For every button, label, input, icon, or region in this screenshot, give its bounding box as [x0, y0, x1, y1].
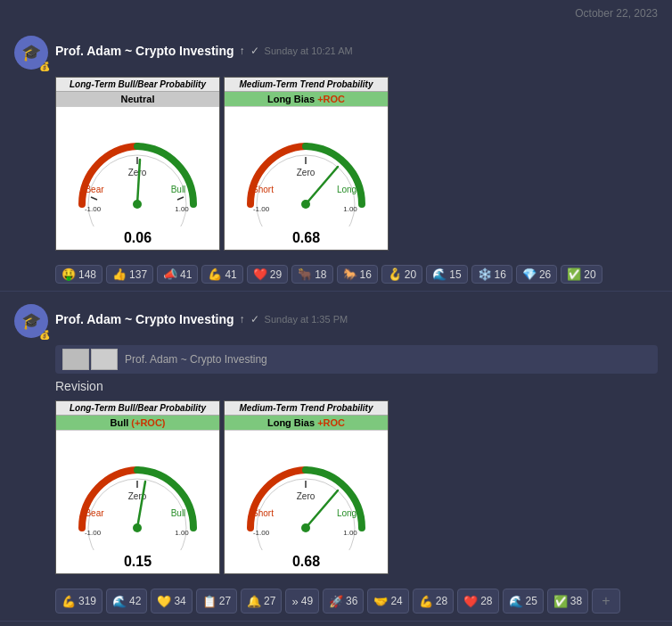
svg-text:Zero: Zero [297, 168, 316, 177]
reaction-2-1[interactable]: 🌊42 [106, 589, 147, 614]
message-block-1: 🎓 💰 Prof. Adam ~ Crypto Investing ↑ ✓ Su… [0, 27, 672, 292]
quote-thumbnails [62, 349, 118, 370]
reaction-1-7[interactable]: 🪝20 [381, 265, 422, 284]
svg-text:Zero: Zero [297, 491, 316, 501]
gauge-value-2b: 0.68 [225, 554, 388, 573]
gauge-title-1a: Long-Term Bull/Bear Probability [56, 78, 219, 92]
verified-icon-2: ✓ [250, 313, 259, 325]
avatar-badge-1: 💰 [39, 62, 50, 71]
reaction-2-4[interactable]: 🔔27 [241, 589, 282, 614]
date-header: October 22, 2023 [0, 0, 672, 27]
gauges-row-2: Long-Term Bull/Bear Probability Bull (+R… [55, 400, 658, 574]
gauge-value-1a: 0.06 [56, 230, 219, 250]
svg-text:1.00: 1.00 [343, 205, 357, 213]
message-body-2: Prof. Adam ~ Crypto Investing Revision L… [55, 345, 658, 621]
svg-text:-1.00: -1.00 [253, 529, 270, 537]
reaction-2-5[interactable]: »49 [285, 589, 319, 614]
reaction-1-11[interactable]: ✅20 [561, 265, 602, 284]
gauge-subtitle-2a: Bull (+ROC) [56, 416, 219, 431]
svg-text:Zero: Zero [128, 168, 147, 177]
gauge-subtitle-2b: Long Bias +ROC [225, 416, 388, 431]
pin-icon-1: ↑ [240, 45, 245, 57]
author-name-2: Prof. Adam ~ Crypto Investing [55, 312, 234, 326]
date-text: October 22, 2023 [575, 7, 658, 20]
reaction-2-8[interactable]: 💪28 [413, 589, 454, 614]
svg-text:Long: Long [337, 185, 356, 194]
svg-text:Bull: Bull [171, 508, 186, 518]
gauge-title-2b: Medium-Term Trend Probability [225, 401, 388, 416]
gauge-svg-2a: Zero Bear Bull -1.00 1.00 [56, 431, 219, 554]
avatar-badge-2: 💰 [39, 330, 50, 340]
gauges-row-1: Long-Term Bull/Bear Probability Neutral [55, 77, 658, 251]
reaction-2-3[interactable]: 📋27 [196, 589, 237, 614]
avatar-1: 🎓 💰 [14, 36, 48, 70]
gauge-svg-1a: Zero Bear Bull -1.00 1.00 [56, 107, 219, 230]
avatar-2: 🎓 💰 [14, 304, 48, 338]
svg-point-37 [301, 523, 310, 532]
author-name-1: Prof. Adam ~ Crypto Investing [55, 44, 234, 58]
reactions-bar-2: 💪319 🌊42 💛34 📋27 🔔27 »49 🚀36 🤝24 💪28 ❤️2… [55, 581, 658, 621]
reaction-2-11[interactable]: ✅38 [547, 589, 588, 614]
quote-block[interactable]: Prof. Adam ~ Crypto Investing [55, 345, 658, 374]
gauge-panel-1a: Long-Term Bull/Bear Probability Neutral [55, 77, 220, 251]
reaction-1-10[interactable]: 💎26 [516, 265, 557, 284]
gauge-panel-2a: Long-Term Bull/Bear Probability Bull (+R… [55, 400, 220, 574]
svg-text:Bear: Bear [85, 185, 104, 194]
svg-text:-1.00: -1.00 [253, 205, 270, 213]
svg-text:Bear: Bear [85, 508, 104, 518]
quote-thumb-img-1 [62, 349, 89, 370]
timestamp-1: Sunday at 10:21 AM [265, 45, 353, 56]
gauge-value-1b: 0.68 [225, 230, 388, 250]
svg-text:Short: Short [252, 508, 274, 518]
gauge-svg-2b: Zero Short Long -1.00 1.00 [225, 431, 388, 554]
gauge-panel-1b: Medium-Term Trend Probability Long Bias … [224, 77, 389, 251]
gauge-subtitle-1a: Neutral [56, 92, 219, 107]
svg-point-19 [301, 200, 310, 209]
gauge-svg-1b: Zero Short Long -1.00 1.00 [225, 107, 388, 230]
reaction-1-0[interactable]: 🤑148 [55, 265, 102, 284]
svg-text:Long: Long [337, 508, 356, 518]
gauge-subtitle-1b: Long Bias +ROC [225, 92, 388, 107]
quote-thumb-img-2 [91, 349, 118, 370]
reaction-2-2[interactable]: 💛34 [151, 589, 192, 614]
gauge-panel-2b: Medium-Term Trend Probability Long Bias … [224, 400, 389, 574]
reaction-2-6[interactable]: 🚀36 [323, 589, 364, 614]
reaction-2-10[interactable]: 🌊25 [503, 589, 544, 614]
reaction-1-5[interactable]: 🐂18 [291, 265, 332, 284]
svg-text:1.00: 1.00 [175, 529, 189, 537]
reaction-2-0[interactable]: 💪319 [55, 589, 102, 614]
reactions-bar-1: 🤑148 👍137 📣41 💪41 ❤️29 🐂18 🐎16 🪝20 🌊15 ❄… [55, 258, 658, 291]
svg-point-10 [133, 200, 142, 209]
message-body-1: Long-Term Bull/Bear Probability Neutral [55, 77, 658, 291]
reaction-1-8[interactable]: 🌊15 [426, 265, 467, 284]
quote-author-text: Prof. Adam ~ Crypto Investing [125, 353, 267, 366]
svg-text:1.00: 1.00 [343, 529, 357, 537]
pin-icon-2: ↑ [240, 313, 245, 325]
reaction-1-9[interactable]: ❄️16 [471, 265, 512, 284]
reaction-1-1[interactable]: 👍137 [106, 265, 153, 284]
reaction-1-6[interactable]: 🐎16 [337, 265, 378, 284]
reaction-2-7[interactable]: 🤝24 [367, 589, 408, 614]
gauge-title-1b: Medium-Term Trend Probability [225, 78, 388, 92]
svg-text:Bull: Bull [171, 185, 186, 194]
add-reaction-button[interactable]: + [592, 589, 619, 614]
svg-point-28 [133, 523, 142, 532]
reaction-1-2[interactable]: 📣41 [157, 265, 198, 284]
gauge-title-2a: Long-Term Bull/Bear Probability [56, 401, 219, 416]
svg-text:Short: Short [252, 185, 274, 194]
svg-text:1.00: 1.00 [175, 205, 189, 213]
gauge-value-2a: 0.15 [56, 554, 219, 573]
svg-text:-1.00: -1.00 [85, 205, 102, 213]
reaction-1-3[interactable]: 💪41 [201, 265, 242, 284]
message-block-2: 🎓 💰 Prof. Adam ~ Crypto Investing ↑ ✓ Su… [0, 292, 672, 622]
reaction-1-4[interactable]: ❤️29 [247, 265, 288, 284]
svg-text:-1.00: -1.00 [85, 529, 102, 537]
reaction-2-9[interactable]: ❤️28 [457, 589, 498, 614]
timestamp-2: Sunday at 1:35 PM [265, 314, 348, 325]
verified-icon-1: ✓ [250, 45, 259, 57]
revision-label: Revision [55, 379, 658, 393]
